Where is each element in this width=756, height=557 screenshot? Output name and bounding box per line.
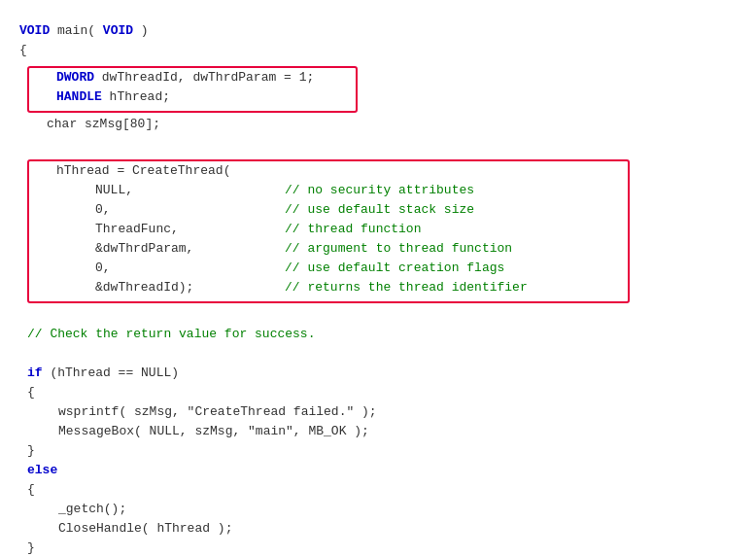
code-line-if: if (hThread == NULL) [19, 366, 737, 385]
code-line-brace4: } [19, 540, 737, 557]
blank-line-3 [19, 346, 737, 366]
code-line-8: 0, // use default stack size [37, 202, 620, 222]
text-dwthrdparam: &dwThrdParam, [95, 241, 193, 256]
brace-else-close: } [27, 540, 35, 555]
text-threadfunc: ThreadFunc, [95, 222, 179, 236]
spaces-6 [193, 280, 285, 295]
text-getch: _getch(); [58, 502, 126, 516]
code-line-close: CloseHandle( hThread ); [19, 521, 737, 540]
code-line-7: NULL, // no security attributes [37, 183, 620, 202]
code-line-2: { [19, 43, 737, 62]
text-if-cond: (hThread == NULL) [43, 366, 179, 380]
text-zero1: 0, [95, 202, 111, 217]
comment-check: // Check the return value for success. [27, 327, 315, 341]
code-line-getch: _getch(); [19, 502, 737, 521]
code-line-5: char szMsg[80]; [19, 117, 737, 136]
code-line-6: hThread = CreateThread( [37, 163, 620, 183]
code-line-wsprintf: wsprintf( szMsg, "CreateThread failed." … [19, 404, 737, 424]
code-line-9: ThreadFunc, // thread function [37, 222, 620, 241]
spaces-2 [111, 202, 285, 217]
text-dword: dwThreadId, dwThrdParam = 1; [94, 70, 314, 85]
code-line-brace2: } [19, 443, 737, 463]
keyword-void1: VOID [19, 23, 50, 38]
code-line-else: else [19, 463, 737, 482]
blank-line-2 [19, 307, 737, 327]
text-wsprintf: wsprintf( szMsg, "CreateThread failed." … [58, 404, 377, 419]
brace-if-close: } [27, 443, 35, 458]
spaces-1 [133, 183, 285, 197]
brace-if-open: { [27, 385, 35, 400]
text-paren: ) [133, 23, 149, 38]
keyword-dword: DWORD [56, 70, 94, 85]
keyword-else: else [27, 463, 57, 477]
comment-3: // thread function [285, 222, 421, 236]
highlight-box-2: hThread = CreateThread( NULL, // no secu… [27, 159, 630, 303]
text-null: NULL, [95, 183, 133, 197]
comment-4: // argument to thread function [285, 241, 512, 256]
keyword-handle: HANDLE [56, 89, 102, 104]
text-create-thread: hThread = CreateThread( [56, 163, 230, 178]
code-line-12: &dwThreadId); // returns the thread iden… [37, 280, 620, 299]
spaces-4 [193, 241, 285, 256]
highlight-box-1: DWORD dwThreadId, dwThrdParam = 1; HANDL… [27, 66, 358, 113]
code-line-4: HANDLE hThread; [37, 89, 348, 109]
comment-6: // returns the thread identifier [285, 280, 528, 295]
comment-1: // no security attributes [285, 183, 474, 197]
code-line-3: DWORD dwThreadId, dwThrdParam = 1; [37, 70, 348, 89]
code-line-11: 0, // use default creation flags [37, 261, 620, 280]
code-line-brace1: { [19, 385, 737, 404]
spaces-3 [179, 222, 285, 236]
text-main: main( [50, 23, 103, 38]
text-closehandle: CloseHandle( hThread ); [58, 521, 232, 536]
code-line-1: VOID main( VOID ) [19, 23, 737, 43]
keyword-if: if [27, 366, 43, 380]
text-zero2: 0, [95, 261, 111, 275]
keyword-void2: VOID [103, 23, 133, 38]
code-line-msgbox: MessageBox( NULL, szMsg, "main", MB_OK )… [19, 424, 737, 443]
code-viewer: VOID main( VOID ) { DWORD dwThreadId, dw… [19, 16, 737, 557]
brace-else-open: { [27, 482, 35, 497]
code-line-brace3: { [19, 482, 737, 502]
brace-open-main: { [19, 43, 27, 57]
spaces-5 [111, 261, 285, 275]
code-line-comment: // Check the return value for success. [19, 327, 737, 346]
blank-line-1 [19, 136, 737, 156]
text-char: char szMsg[80]; [47, 117, 160, 131]
comment-5: // use default creation flags [285, 261, 504, 275]
text-dwthreadid: &dwThreadId); [95, 280, 193, 295]
text-msgbox: MessageBox( NULL, szMsg, "main", MB_OK )… [58, 424, 369, 438]
comment-2: // use default stack size [285, 202, 474, 217]
code-line-10: &dwThrdParam, // argument to thread func… [37, 241, 620, 261]
text-handle: hThread; [102, 89, 170, 104]
